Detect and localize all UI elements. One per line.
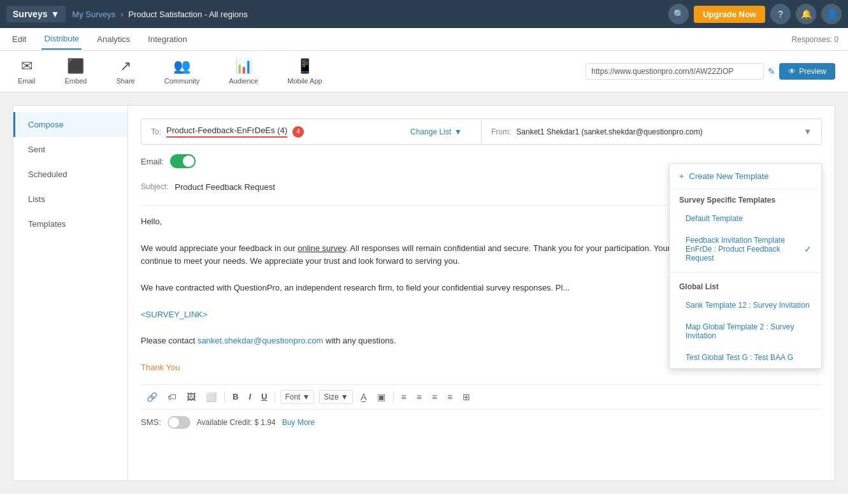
nav-distribute[interactable]: Distribute	[41, 29, 82, 50]
preview-btn-label: Preview	[799, 67, 826, 76]
nav-share[interactable]: ↗ Share	[111, 55, 140, 88]
help-icon[interactable]: ?	[770, 4, 791, 24]
toolbar-tag-icon[interactable]: 🏷	[165, 391, 179, 403]
toolbar-size-label: Size	[324, 392, 338, 401]
breadcrumb: My Surveys › Product Satisfaction - All …	[72, 10, 662, 19]
toolbar-highlight-icon[interactable]: ▣	[375, 391, 388, 403]
template-item-feedback-label: Feedback Invitation Template EnFrDe : Pr…	[686, 236, 804, 263]
sidebar-item-scheduled[interactable]: Scheduled	[13, 162, 127, 187]
surveys-brand[interactable]: Surveys ▼	[6, 6, 66, 22]
template-item-feedback[interactable]: Feedback Invitation Template EnFrDe : Pr…	[670, 229, 821, 269]
email-icon: ✉	[21, 58, 32, 75]
preview-button[interactable]: 👁 Preview	[779, 63, 835, 80]
sms-label: SMS:	[141, 417, 161, 427]
sidebar-item-compose[interactable]: Compose	[13, 112, 127, 137]
buy-more-link[interactable]: Buy More	[282, 418, 315, 427]
toolbar-align-justify-icon[interactable]: ≡	[445, 391, 455, 403]
toolbar-divider-1	[224, 391, 225, 403]
top-nav: Surveys ▼ My Surveys › Product Satisfact…	[0, 0, 848, 28]
toolbar-table-icon[interactable]: ⬜	[203, 391, 219, 403]
audience-icon: 📊	[235, 58, 252, 75]
sidebar-item-templates[interactable]: Templates	[13, 212, 127, 236]
create-new-template-item[interactable]: + Create New Template	[670, 164, 821, 189]
create-new-plus-icon: +	[679, 171, 684, 181]
available-credit: Available Credit: $ 1.94	[197, 418, 276, 427]
sidebar: Compose Sent Scheduled Lists Templates	[13, 105, 127, 481]
compose-area: To: Product-Feedback-EnFrDeEs (4) 4 Chan…	[127, 105, 835, 481]
from-value: Sanket1 Shekdar1 (sanket.shekdar@questio…	[516, 127, 702, 136]
embed-icon: ⬛	[67, 58, 84, 75]
template-item-map-global[interactable]: Map Global Template 2 : Survey Invitatio…	[670, 316, 821, 347]
sidebar-item-sent[interactable]: Sent	[13, 137, 127, 162]
to-label: To:	[151, 127, 161, 136]
email-label: Email:	[141, 157, 164, 166]
toolbar-font-label: Font	[285, 392, 300, 401]
toolbar-more-icon[interactable]: ⊞	[460, 391, 473, 403]
nav-community[interactable]: 👥 Community	[159, 55, 205, 88]
toolbar-divider-3	[393, 391, 394, 403]
bottom-buttons: Send Schedule	[0, 494, 848, 504]
to-count: 4	[292, 126, 304, 138]
breadcrumb-separator: ›	[120, 10, 123, 19]
survey-url-input[interactable]	[586, 63, 764, 80]
breadcrumb-my-surveys[interactable]: My Surveys	[72, 10, 115, 19]
to-value: Product-Feedback-EnFrDeEs (4)	[166, 126, 287, 138]
template-item-default[interactable]: Default Template	[670, 208, 821, 229]
nav-email[interactable]: ✉ Email	[13, 55, 41, 88]
top-nav-actions: 🔍 Upgrade Now ? 🔔 👤	[668, 4, 842, 24]
subject-value[interactable]: Product Feedback Request	[175, 182, 729, 192]
to-section: To: Product-Feedback-EnFrDeEs (4) 4 Chan…	[141, 119, 482, 144]
template-item-map-global-label: Map Global Template 2 : Survey Invitatio…	[686, 322, 812, 340]
surveys-brand-arrow: ▼	[50, 9, 59, 19]
toolbar-align-left-icon[interactable]: ≡	[399, 391, 409, 403]
toolbar-underline[interactable]: U	[259, 391, 269, 403]
subject-label: Subject:	[141, 182, 168, 191]
toolbar-size-dropdown[interactable]: Size ▼	[319, 390, 352, 404]
toolbar-align-right-icon[interactable]: ≡	[429, 391, 440, 403]
search-icon[interactable]: 🔍	[668, 4, 689, 24]
nav-share-label: Share	[116, 77, 134, 85]
template-item-test-global[interactable]: Test Global Test G : Test BAA G	[670, 347, 821, 368]
toolbar-bold[interactable]: B	[230, 391, 241, 403]
notifications-icon[interactable]: 🔔	[796, 4, 816, 24]
nav-embed[interactable]: ⬛ Embed	[60, 55, 92, 88]
editor-toolbar: 🔗 🏷 🖼 ⬜ B I U Font ▼ Size ▼ A̲ ▣ ≡ ≡ ≡ ≡	[141, 384, 822, 410]
template-dropdown: + Create New Template Survey Specific Te…	[669, 163, 822, 369]
toggle-knob	[183, 155, 194, 167]
nav-mobile-app[interactable]: 📱 Mobile App	[282, 55, 327, 88]
main-content: Compose Sent Scheduled Lists Templates T…	[0, 92, 848, 494]
nav-integration[interactable]: Integration	[145, 29, 189, 49]
toolbar-size-arrow-icon: ▼	[341, 392, 349, 401]
share-icon: ↗	[120, 58, 131, 75]
template-item-sank[interactable]: Sank Template 12 : Survey Invitation	[670, 294, 821, 316]
template-item-test-global-label: Test Global Test G : Test BAA G	[686, 353, 793, 362]
nav-analytics[interactable]: Analytics	[94, 29, 133, 49]
global-list-header: Global List	[670, 276, 821, 294]
toolbar-image-icon[interactable]: 🖼	[184, 391, 198, 403]
upgrade-button[interactable]: Upgrade Now	[694, 6, 765, 23]
email-toggle[interactable]	[170, 154, 196, 168]
nav-email-label: Email	[18, 77, 36, 85]
toolbar-link-icon[interactable]: 🔗	[144, 391, 160, 403]
toolbar-align-center-icon[interactable]: ≡	[414, 391, 424, 403]
preview-eye-icon: 👁	[788, 67, 796, 76]
toolbar-font-color-icon[interactable]: A̲	[358, 391, 370, 403]
sms-toggle-knob	[169, 417, 179, 428]
from-dropdown-arrow-icon[interactable]: ▼	[803, 127, 812, 136]
nav-edit[interactable]: Edit	[10, 29, 29, 49]
toolbar-font-arrow-icon: ▼	[302, 392, 310, 401]
toolbar-font-dropdown[interactable]: Font ▼	[280, 390, 314, 404]
toolbar-divider-2	[275, 391, 275, 403]
icon-nav: ✉ Email ⬛ Embed ↗ Share 👥 Community 📊 Au…	[0, 51, 848, 92]
nav-community-label: Community	[164, 77, 200, 85]
change-list-arrow-icon: ▼	[454, 127, 462, 136]
sms-toggle[interactable]	[168, 416, 190, 429]
toolbar-italic[interactable]: I	[246, 391, 254, 403]
user-icon[interactable]: 👤	[821, 4, 842, 24]
surveys-brand-label: Surveys	[13, 9, 47, 19]
nav-audience-label: Audience	[229, 77, 258, 85]
change-list-button[interactable]: Change List ▼	[401, 127, 471, 136]
url-edit-icon[interactable]: ✎	[768, 66, 775, 76]
nav-audience[interactable]: 📊 Audience	[224, 55, 263, 88]
sidebar-item-lists[interactable]: Lists	[13, 187, 127, 212]
